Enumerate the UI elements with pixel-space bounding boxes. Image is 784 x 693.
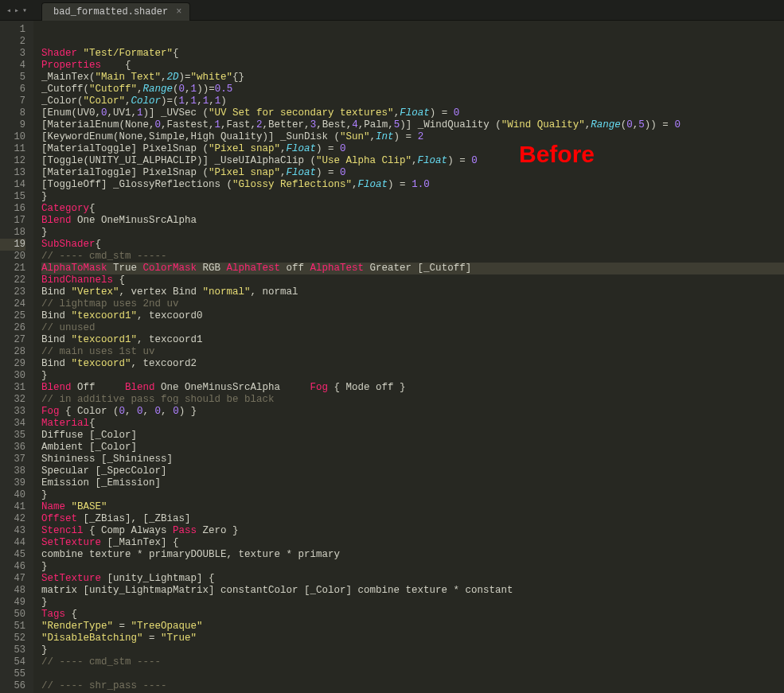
nav-menu-icon[interactable]: ▾ [21,6,29,15]
file-tab[interactable]: bad_formatted.shader × [41,2,190,21]
token-kw2: Float [287,143,317,154]
token-num: 1 [215,119,221,130]
token-pl: Off [72,382,126,393]
code-line[interactable]: [MaterialToggle] PixelSnap ("Pixel snap"… [41,167,784,179]
token-str: "TreeOpaque" [131,621,203,632]
token-pl: Bind [41,358,72,369]
code-line[interactable]: [MaterialEnum(None,0,Fastest,1,Fast,2,Be… [41,119,784,131]
code-line[interactable]: } [41,597,784,609]
code-line[interactable]: [KeywordEnum(None,Simple,High Quality)] … [41,131,784,143]
code-line[interactable]: Category{ [41,203,784,215]
token-num: 2 [256,119,263,130]
token-pl: off [280,263,310,274]
token-pl: = [113,621,131,632]
code-line[interactable]: BindChannels { [41,274,784,286]
code-line[interactable]: _MainTex("Main Text",2D)="white"{} [41,72,784,84]
token-pl: ) } [179,406,197,417]
code-line[interactable]: // lightmap uses 2nd uv [41,298,784,310]
line-number: 22 [0,274,25,286]
code-line[interactable]: [Toggle(UNITY_UI_ALPHACLIP)] _UseUIAlpha… [41,155,784,167]
line-number: 40 [0,489,25,501]
code-line[interactable]: Specular [_SpecColor] [41,465,784,477]
code-line[interactable]: SetTexture [unity_Lightmap] { [41,573,784,585]
code-line[interactable]: // ---- cmd_stm ----- [41,251,784,263]
code-line[interactable]: // main uses 1st uv [41,346,784,358]
line-number: 2 [0,36,25,48]
code-line[interactable]: [Enum(UV0,0,UV1,1)] _UVSec ("UV Set for … [41,107,784,119]
nav-back-icon[interactable]: ◂ [5,6,13,15]
nav-arrows: ◂ ▸ ▾ [0,6,33,15]
code-line[interactable]: Shader "Test/Formater"{ [41,48,784,60]
token-str: "white" [191,72,233,83]
code-line[interactable]: Bind "texcoord", texcoord2 [41,358,784,370]
token-pl: {} [232,72,244,83]
code-line[interactable]: } [41,227,784,239]
token-pl: Bind [41,310,72,321]
code-line[interactable] [41,668,784,680]
token-str: "texcoord1" [72,334,138,345]
code-line[interactable]: Blend Off Blend One OneMinusSrcAlpha Fog… [41,382,784,394]
code-line[interactable]: [MaterialToggle] PixelSnap ("Pixel snap"… [41,143,784,155]
token-pl: ,Better, [263,119,310,130]
code-line[interactable]: Stencil { Comp Always Pass Zero } [41,525,784,537]
code-line[interactable]: Ambient [_Color] [41,442,784,454]
code-line[interactable]: Blend One OneMinusSrcAlpha [41,215,784,227]
code-line[interactable]: } [41,644,784,656]
nav-forward-icon[interactable]: ▸ [13,6,21,15]
code-area[interactable]: Shader "Test/Formater"{Properties {_Main… [33,21,784,693]
code-line[interactable]: // ---- cmd_stm ---- [41,656,784,668]
line-number: 51 [0,621,25,633]
token-kw2: Float [287,167,317,178]
code-line[interactable]: } [41,191,784,203]
token-pl: )) = [645,119,675,130]
code-line[interactable]: SetTexture [_MainTex] { [41,537,784,549]
code-line[interactable]: _Color("Color",Color)=(1,1,1,1) [41,95,784,107]
code-line[interactable]: Bind "texcoord1", texcoord1 [41,334,784,346]
code-line[interactable]: Bind "texcoord1", texcoord0 [41,310,784,322]
editor[interactable]: 1234567891011121314151617181920212223242… [0,21,784,693]
code-line[interactable]: Shininess [_Shininess] [41,454,784,465]
code-line[interactable]: Fog { Color (0, 0, 0, 0) } [41,406,784,418]
code-line[interactable]: matrix [unity_LightmapMatrix] constantCo… [41,585,784,597]
code-line[interactable]: Tags { [41,609,784,621]
code-line[interactable]: } [41,561,784,573]
token-pl: } [41,644,48,656]
code-line[interactable]: [ToggleOff] _GlossyReflections ("Glossy … [41,179,784,191]
code-line[interactable]: // unused [41,322,784,334]
code-line[interactable]: "RenderType" = "TreeOpaque" [41,621,784,633]
code-line[interactable]: SubShader{ [41,239,784,251]
token-num: 3 [310,119,317,130]
line-number: 16 [0,203,25,215]
code-line[interactable]: // in additive pass fog should be black [41,394,784,406]
token-num: 0 [155,406,162,417]
close-icon[interactable]: × [176,6,181,18]
token-pl: One OneMinusSrcAlpha [155,382,310,393]
code-line[interactable]: Emission [_Emission] [41,477,784,489]
code-line[interactable]: } [41,370,784,382]
token-kw2: Range [143,84,174,95]
code-line[interactable]: } [41,489,784,501]
code-line[interactable]: Name "BASE" [41,501,784,513]
code-line[interactable]: Material{ [41,418,784,430]
code-line[interactable]: Diffuse [_Color] [41,430,784,442]
code-line[interactable]: _Cutoff("Cutoff",Range(0,1))=0.5 [41,84,784,95]
code-line[interactable]: Bind "Vertex", vertex Bind "normal", nor… [41,286,784,298]
code-line[interactable]: AlphaToMask True ColorMask RGB AlphaTest… [41,263,784,274]
token-pl: { [89,418,96,429]
line-number: 31 [0,382,25,394]
token-kw1: Tags [41,609,65,620]
token-pl: Ambient [_Color] [41,442,137,453]
token-kw1: SubShader [41,239,96,250]
token-kw1: Category [41,203,89,214]
line-number: 37 [0,454,25,465]
token-pl: Specular [_SpecColor] [41,465,167,477]
code-line[interactable]: // ---- shr_pass ---- [41,680,784,692]
token-num: 1 [191,84,197,95]
token-num: 0 [119,406,126,417]
line-number: 50 [0,609,25,621]
code-line[interactable]: "DisableBatching" = "True" [41,633,784,644]
token-str: "BASE" [72,501,107,512]
code-line[interactable]: Offset [_ZBias], [_ZBias] [41,513,784,525]
code-line[interactable]: Properties { [41,60,784,72]
code-line[interactable]: combine texture * primaryDOUBLE, texture… [41,549,784,561]
